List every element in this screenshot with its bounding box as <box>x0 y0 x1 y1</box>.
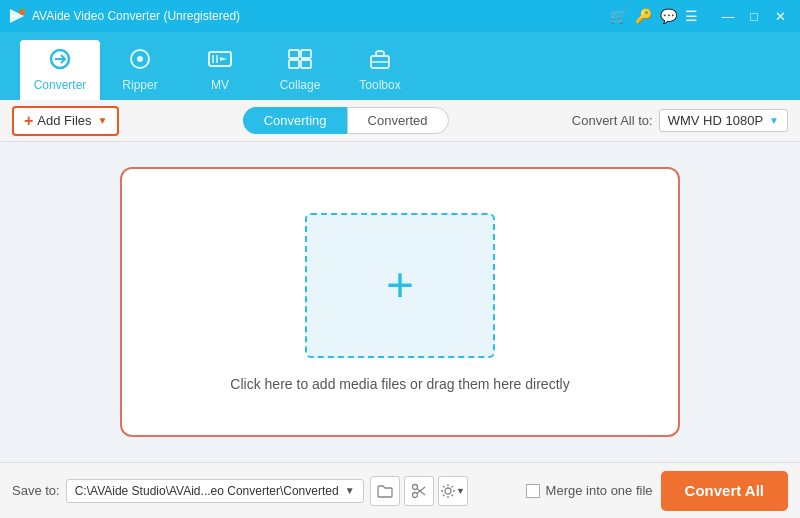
format-value: WMV HD 1080P <box>668 113 763 128</box>
folder-button[interactable] <box>370 476 400 506</box>
tab-converted[interactable]: Converted <box>347 107 449 134</box>
scissors-button[interactable] <box>404 476 434 506</box>
bottom-bar: Save to: C:\AVAide Studio\AVAid...eo Con… <box>0 462 800 518</box>
minimize-button[interactable]: — <box>716 6 740 26</box>
bottom-icons: ▼ <box>370 476 468 506</box>
tab-converting[interactable]: Converting <box>243 107 347 134</box>
toolbox-label: Toolbox <box>359 78 400 92</box>
toolbar: + Add Files ▼ Converting Converted Conve… <box>0 100 800 142</box>
merge-section: Merge into one file <box>526 483 653 498</box>
svg-rect-9 <box>301 60 311 68</box>
settings-dropdown-arrow: ▼ <box>456 486 465 496</box>
collage-label: Collage <box>280 78 321 92</box>
title-bar-controls: — □ ✕ <box>716 6 792 26</box>
converter-label: Converter <box>34 78 87 92</box>
nav-item-ripper[interactable]: Ripper <box>100 40 180 100</box>
svg-point-13 <box>412 492 417 497</box>
merge-checkbox[interactable] <box>526 484 540 498</box>
convert-all-button[interactable]: Convert All <box>661 471 788 511</box>
toolbox-icon <box>367 48 393 74</box>
toolbar-left: + Add Files ▼ <box>12 106 119 136</box>
tab-bar: Converting Converted <box>243 107 449 134</box>
add-files-label: Add Files <box>37 113 91 128</box>
save-to-label: Save to: <box>12 483 60 498</box>
nav-item-collage[interactable]: Collage <box>260 40 340 100</box>
svg-point-16 <box>445 488 451 494</box>
drop-zone-inner[interactable]: + <box>305 213 495 358</box>
nav-item-converter[interactable]: Converter <box>20 40 100 100</box>
nav-bar: Converter Ripper MV <box>0 32 800 100</box>
drop-zone-text: Click here to add media files or drag th… <box>230 376 569 392</box>
drop-zone-outer[interactable]: + Click here to add media files or drag … <box>120 167 680 437</box>
svg-rect-6 <box>289 50 299 58</box>
svg-point-1 <box>19 9 25 15</box>
close-button[interactable]: ✕ <box>768 6 792 26</box>
merge-label: Merge into one file <box>546 483 653 498</box>
add-files-button[interactable]: + Add Files ▼ <box>12 106 119 136</box>
format-dropdown[interactable]: WMV HD 1080P ▼ <box>659 109 788 132</box>
title-bar-left: AVAide Video Converter (Unregistered) <box>8 7 240 25</box>
nav-item-mv[interactable]: MV <box>180 40 260 100</box>
format-dropdown-arrow: ▼ <box>769 115 779 126</box>
key-icon[interactable]: 🔑 <box>635 8 652 24</box>
drop-plus-icon: + <box>386 261 414 309</box>
settings-button[interactable]: ▼ <box>438 476 468 506</box>
menu-icon[interactable]: ☰ <box>685 8 698 24</box>
folder-icon <box>377 484 393 498</box>
svg-point-12 <box>412 484 417 489</box>
nav-item-toolbox[interactable]: Toolbox <box>340 40 420 100</box>
save-path-dropdown[interactable]: C:\AVAide Studio\AVAid...eo Converter\Co… <box>66 479 364 503</box>
settings-icon <box>440 483 456 499</box>
ripper-icon <box>127 48 153 74</box>
ripper-label: Ripper <box>122 78 157 92</box>
title-bar: AVAide Video Converter (Unregistered) 🛒 … <box>0 0 800 32</box>
cart-icon[interactable]: 🛒 <box>610 8 627 24</box>
converter-icon <box>47 48 73 74</box>
svg-point-4 <box>137 56 143 62</box>
chat-icon[interactable]: 💬 <box>660 8 677 24</box>
save-path-arrow: ▼ <box>345 485 355 496</box>
plus-icon: + <box>24 112 33 130</box>
main-content: + Click here to add media files or drag … <box>0 142 800 462</box>
add-files-dropdown-arrow: ▼ <box>98 115 108 126</box>
svg-rect-8 <box>289 60 299 68</box>
scissors-icon <box>411 483 427 499</box>
app-icon <box>8 7 26 25</box>
title-bar-right-icons: 🛒 🔑 💬 ☰ <box>610 8 698 24</box>
mv-label: MV <box>211 78 229 92</box>
mv-icon <box>207 48 233 74</box>
convert-all-to-label: Convert All to: <box>572 113 653 128</box>
svg-rect-7 <box>301 50 311 58</box>
save-to-section: Save to: C:\AVAide Studio\AVAid...eo Con… <box>12 476 518 506</box>
toolbar-right: Convert All to: WMV HD 1080P ▼ <box>572 109 788 132</box>
maximize-button[interactable]: □ <box>742 6 766 26</box>
collage-icon <box>287 48 313 74</box>
app-title: AVAide Video Converter (Unregistered) <box>32 9 240 23</box>
save-path-text: C:\AVAide Studio\AVAid...eo Converter\Co… <box>75 484 339 498</box>
